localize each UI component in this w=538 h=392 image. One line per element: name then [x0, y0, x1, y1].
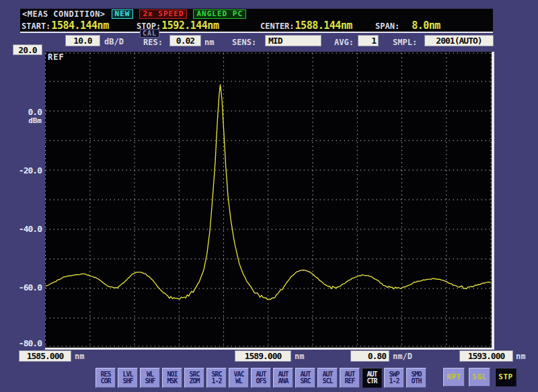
softkey-aut-ofs[interactable]: AUTOFS — [251, 368, 271, 388]
stop-value: 1592.144nm — [161, 19, 219, 32]
softkey-lvl-shf[interactable]: LVLSHF — [118, 368, 138, 388]
ref-line-label: REF — [48, 52, 65, 62]
start-label: START: — [22, 22, 50, 31]
meas-condition-line: <MEAS CONDITION> NEW 2x SPEED ANGLED PC — [22, 9, 246, 19]
sens-value-box: MID — [265, 35, 321, 46]
new-badge: NEW — [112, 9, 134, 19]
center-label: CENTER: — [260, 22, 295, 31]
start-value: 1584.144nm — [51, 19, 108, 32]
res-label: RES: — [143, 38, 163, 47]
softkey-aut-scl[interactable]: AUTSCL — [317, 368, 338, 388]
osa-screen: <MEAS CONDITION> NEW 2x SPEED ANGLED PC … — [0, 0, 538, 392]
softkey-aut-src[interactable]: AUTSRC — [295, 368, 315, 388]
y-tick-label: -20.0 — [8, 165, 42, 175]
plot-area: REF — [45, 52, 494, 350]
span-label: SPAN: — [375, 22, 399, 31]
softkey-noi-msk[interactable]: NOIMSK — [162, 368, 182, 388]
x-start-unit: nm — [75, 352, 84, 361]
span-value: 8.0nm — [412, 19, 440, 32]
start-field: START: 1584.144nm — [22, 19, 109, 32]
y-tick-label: -60.0 — [8, 282, 42, 292]
smpl-value-box: 2001(AUTO) — [424, 35, 494, 46]
softkey-swp-1-2[interactable]: SWP1-2 — [384, 368, 404, 388]
avg-value-box: 1 — [358, 35, 379, 46]
smpl-label: SMPL: — [393, 38, 417, 47]
res-unit: nm — [204, 38, 214, 47]
res-value-box: 0.02 — [169, 35, 201, 46]
softkey-aut-ctr[interactable]: AUTCTR — [362, 368, 382, 388]
y-tick-label: 0.0 — [8, 107, 42, 117]
softkey-smo-oth[interactable]: SMOOTH — [406, 368, 426, 388]
y-tick-label: -80.0 — [8, 338, 42, 348]
softkey-src-1-2[interactable]: SRC1-2 — [206, 368, 227, 388]
angled-pc-badge: ANGLED PC — [193, 9, 246, 19]
sweep-key-sgl[interactable]: SGL — [469, 368, 490, 387]
ref-level-value-box: 20.0 — [13, 44, 42, 55]
graticule-grid — [46, 53, 492, 346]
y-axis-unit: dBm — [8, 116, 42, 125]
cal-indicator: CAL — [140, 29, 159, 38]
x-end-value-box: 1593.000 — [459, 350, 513, 362]
x-start-value-box: 1585.000 — [19, 350, 71, 362]
x-center-value-box: 1589.000 — [235, 350, 291, 362]
avg-label: AVG: — [334, 38, 354, 47]
softkey-aut-ana[interactable]: AUTANA — [273, 368, 293, 388]
sens-label: SENS: — [232, 38, 256, 47]
y-tick-label: -40.0 — [8, 224, 42, 234]
sweep-key-stp[interactable]: STP — [495, 368, 516, 387]
x-center-unit: nm — [295, 352, 304, 361]
softkey-aut-ref[interactable]: AUTREF — [340, 368, 360, 388]
sweep-range-line: START: 1584.144nm STOP: 1592.144nm CENTE… — [20, 19, 493, 32]
softkey-res-cor[interactable]: RESCOR — [95, 368, 116, 388]
center-value: 1588.144nm — [295, 19, 352, 32]
softkey-wl-shf[interactable]: WLSHF — [140, 368, 160, 388]
x-end-unit: nm — [516, 352, 525, 361]
sweep-key-rpt[interactable]: RPT — [443, 368, 465, 387]
speed-badge: 2x SPEED — [139, 9, 187, 19]
span-field: SPAN: 8.0nm — [375, 19, 440, 32]
level-scale-value-box: 10.0 — [65, 35, 100, 46]
meas-condition-band: <MEAS CONDITION> NEW 2x SPEED ANGLED PC … — [20, 9, 493, 33]
center-field: CENTER: 1588.144nm — [260, 19, 352, 32]
meas-condition-title: <MEAS CONDITION> — [22, 9, 106, 19]
x-scale-unit: nm/D — [393, 352, 412, 361]
softkey-src-zom[interactable]: SRCZOM — [184, 368, 204, 388]
x-scale-value-box: 0.80 — [350, 350, 389, 362]
softkey-vac-wl[interactable]: VACWL — [229, 368, 249, 388]
trace-svg — [45, 52, 492, 348]
level-scale-unit: dB/D — [104, 37, 124, 46]
